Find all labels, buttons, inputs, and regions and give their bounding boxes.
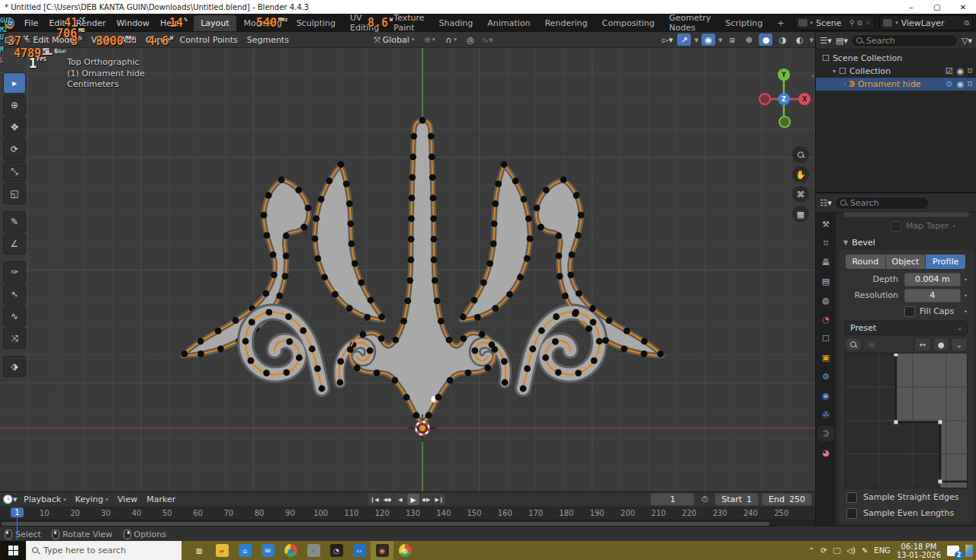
outliner-search-input[interactable]: Search (851, 34, 958, 47)
tab-layout[interactable]: Layout (194, 15, 236, 31)
filter-funnel-icon[interactable]: ▽▾ (960, 34, 974, 46)
filter-type-dropdown[interactable]: ▤▾ (835, 34, 849, 46)
properties-object-tab[interactable]: ▣ (819, 351, 833, 363)
control-point[interactable] (262, 290, 269, 297)
viewlayer-selector[interactable]: ▾ ViewLayer ⧉ (879, 15, 973, 30)
control-point[interactable] (624, 328, 631, 334)
control-point[interactable] (313, 216, 319, 222)
control-point[interactable] (337, 358, 344, 365)
control-point[interactable] (506, 291, 513, 298)
control-point[interactable] (248, 357, 255, 364)
control-point[interactable] (430, 216, 437, 222)
viewport-menu-control-points[interactable]: Control Points (175, 34, 242, 46)
control-point[interactable] (529, 346, 536, 353)
zoom-button[interactable] (792, 146, 809, 163)
update-icon[interactable]: ⟳ (820, 546, 827, 555)
depth-field[interactable]: 0.004 m (904, 273, 961, 286)
control-point[interactable] (490, 241, 497, 248)
control-point[interactable] (364, 314, 371, 321)
taskbar-store-icon[interactable]: ⌂ (233, 541, 256, 560)
properties-world-tab[interactable]: ◔ (819, 313, 833, 325)
control-point[interactable] (471, 347, 478, 354)
blender-logo-icon[interactable] (5, 18, 14, 29)
control-point[interactable] (527, 235, 534, 242)
control-point[interactable] (337, 379, 344, 386)
control-point[interactable] (492, 305, 499, 312)
control-point[interactable] (621, 345, 628, 352)
control-point[interactable] (573, 192, 580, 199)
control-point[interactable] (400, 318, 407, 325)
tool-rotate-button[interactable]: ⟳ (3, 139, 26, 160)
start-frame-field[interactable]: Start1 (714, 493, 759, 506)
control-point[interactable] (295, 187, 302, 194)
control-point[interactable] (404, 298, 411, 305)
control-point[interactable] (283, 369, 290, 376)
profile-curve-widget[interactable] (845, 353, 968, 488)
control-point[interactable] (406, 277, 413, 284)
control-point[interactable] (438, 318, 445, 325)
ornament-center-spike[interactable] (350, 120, 495, 424)
pin-icon[interactable]: ⚲ (849, 19, 855, 27)
clock[interactable]: 06:18 PM 13-01-2026 (897, 542, 941, 559)
control-point[interactable] (309, 346, 316, 353)
control-point[interactable] (282, 273, 289, 280)
properties-scene-tab[interactable]: ◍ (819, 294, 833, 306)
taskbar-mail-icon[interactable]: ✉ (256, 541, 279, 560)
end-frame-field[interactable]: End250 (762, 493, 812, 506)
control-point[interactable] (534, 205, 541, 212)
properties-output-tab[interactable]: 🖶 (819, 256, 833, 268)
jump-start-button[interactable]: ❙◀ (368, 494, 380, 505)
control-point[interactable] (197, 338, 204, 345)
control-point[interactable] (425, 412, 432, 419)
tab-scripting[interactable]: Scripting (718, 15, 769, 31)
curve-ornament-canvas[interactable] (0, 32, 815, 491)
control-point[interactable] (589, 306, 596, 312)
sample-straight-checkbox[interactable] (846, 492, 857, 503)
pen-icon[interactable]: ✎ (862, 546, 868, 555)
start-button[interactable] (0, 541, 26, 560)
preset-dropdown[interactable]: Preset⌄ (845, 321, 968, 335)
control-point[interactable] (606, 317, 613, 324)
play-button[interactable]: ▶ (407, 494, 419, 505)
control-point[interactable] (300, 328, 307, 334)
taskbar-blender-icon[interactable]: ◉ (371, 541, 393, 560)
control-point[interactable] (409, 154, 416, 161)
control-point[interactable] (495, 181, 502, 187)
navigation-gizmo[interactable]: Y X Z (757, 69, 811, 130)
language-indicator[interactable]: ENG (874, 546, 891, 555)
control-point[interactable] (348, 241, 355, 248)
ornament-mirrored[interactable] (312, 162, 385, 321)
control-point[interactable] (557, 273, 563, 280)
control-point[interactable] (538, 224, 544, 231)
minimize-button[interactable]: – (898, 0, 924, 14)
properties-constraint-tab[interactable]: ✇ (819, 408, 833, 421)
gizmo-axis-z[interactable]: Z (778, 93, 790, 105)
taskbar-chrome-icon[interactable]: ● (279, 541, 302, 560)
control-point[interactable] (318, 196, 325, 203)
display-mode-dropdown[interactable]: ☰▾ (819, 34, 833, 46)
control-point[interactable] (542, 354, 549, 361)
control-point[interactable] (602, 338, 609, 344)
tool-cursor-button[interactable]: ⊕ (3, 94, 26, 116)
tool-randomize-button[interactable]: ⤨ (3, 328, 26, 349)
tab-rendering[interactable]: Rendering (538, 15, 594, 31)
scene-selector[interactable]: ▾ Scene ⚲ ⧉ ✕ (795, 15, 875, 30)
control-point[interactable] (596, 338, 603, 345)
control-point[interactable] (378, 335, 385, 342)
copy-icon[interactable]: ⧉ (965, 19, 969, 27)
tab-sculpting[interactable]: Sculpting (290, 15, 342, 31)
control-point[interactable] (491, 220, 498, 227)
tab-shading[interactable]: Shading (432, 15, 480, 31)
control-point[interactable] (431, 236, 438, 243)
tool-draw-button[interactable]: ✑ (3, 261, 26, 283)
timeline-menu-view[interactable]: View (114, 493, 141, 506)
control-point[interactable] (560, 177, 567, 184)
control-point[interactable] (543, 187, 550, 194)
mode-dropdown[interactable]: ✎ Edit Mode▾ (20, 34, 84, 46)
control-point[interactable] (474, 314, 481, 321)
control-point[interactable] (393, 337, 400, 344)
control-point[interactable] (197, 350, 204, 357)
proportional-edit-toggle[interactable]: ◎ (464, 34, 477, 46)
control-point[interactable] (242, 338, 249, 345)
control-point[interactable] (312, 235, 319, 242)
